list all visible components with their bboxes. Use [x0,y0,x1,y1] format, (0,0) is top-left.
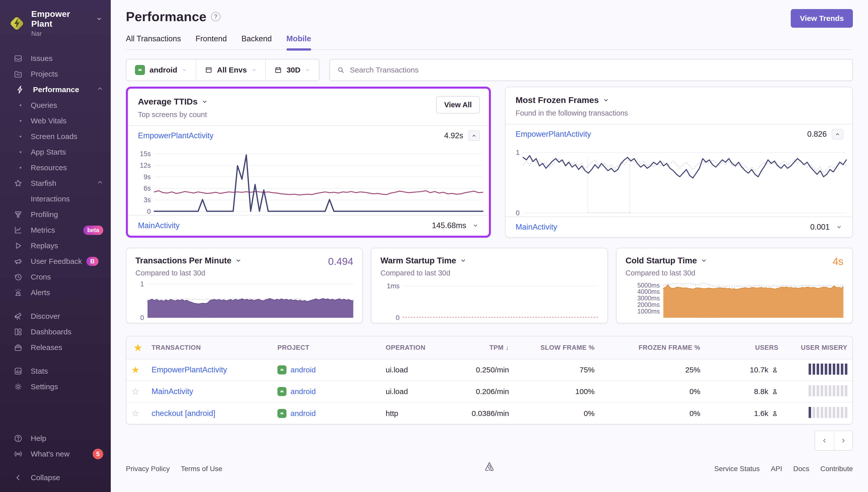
star-toggle[interactable]: ☆ [131,386,139,397]
sidebar-item-interactions[interactable]: Interactions [0,191,111,207]
frozen-frames-title-dropdown[interactable]: Most Frozen Frames [515,95,842,105]
api-link[interactable]: API [771,465,782,473]
environment-filter[interactable]: All Envs [196,59,265,80]
sidebar-item-metrics[interactable]: Metrics beta [0,222,111,238]
chevron-up-icon [97,85,103,94]
operation-cell: ui.load [381,359,456,381]
project-link[interactable]: android [290,366,316,374]
expand-row-button[interactable] [471,223,480,228]
warm-startup-title-dropdown[interactable]: Warm Startup Time [380,256,598,265]
transaction-link[interactable]: checkout [android] [152,409,215,418]
user-icon [771,410,778,417]
tpm-value: 0.494 [328,256,353,267]
table-row[interactable]: ☆ checkout [android] android http 0.0386… [126,402,852,424]
transaction-link[interactable]: MainActivity [515,223,557,232]
avg-ttids-title-dropdown[interactable]: Average TTIDs [138,97,479,106]
org-switcher[interactable]: Empower Plant Nar [0,7,111,44]
sidebar-item-stats[interactable]: Stats [0,363,111,379]
col-user-misery[interactable]: USER MISERY [784,337,852,359]
col-frozen-frame[interactable]: FROZEN FRAME % [599,337,705,359]
ttid-row-collapsed: MainActivity 145.68ms [128,215,489,236]
sidebar-item-discover[interactable]: Discover [0,309,111,324]
transaction-link[interactable]: EmpowerPlantActivity [515,130,591,139]
star-header-icon[interactable]: ★ [134,342,142,353]
col-slow-frame[interactable]: SLOW FRAME % [514,337,599,359]
table-row[interactable]: ☆ MainActivity android ui.load 0.206/min… [126,381,852,402]
prev-page-button[interactable] [815,431,834,450]
sidebar-item-performance[interactable]: Performance [0,82,111,97]
col-operation[interactable]: OPERATION [381,337,456,359]
footer: Privacy Policy Terms of Use Service Stat… [111,465,868,483]
service-status-link[interactable]: Service Status [714,465,760,473]
frozen-row-expanded: EmpowerPlantActivity 0.826 [506,124,852,144]
view-all-button[interactable]: View All [436,96,480,114]
date-range-filter[interactable]: 30D [265,59,319,80]
profiling-icon [12,210,24,219]
tab-frontend[interactable]: Frontend [196,34,227,49]
sidebar-item-releases[interactable]: Releases [0,340,111,355]
next-page-button[interactable] [834,431,852,450]
col-transaction[interactable]: TRANSACTION [147,337,272,359]
chevron-up-icon [97,179,103,188]
cold-startup-title-dropdown[interactable]: Cold Startup Time [626,256,843,265]
ttid-value: 4.92s [444,131,463,140]
transaction-link[interactable]: MainActivity [152,387,193,396]
avg-ttids-chart: 15s12s9s6s3s0 [128,146,489,215]
sidebar-item-screen-loads[interactable]: Screen Loads [0,129,111,144]
tab-backend[interactable]: Backend [241,34,272,49]
tpm-cell: 0.206/min [456,381,514,402]
star-toggle[interactable]: ☆ [131,408,139,418]
notification-badge: 5 [93,449,103,459]
sidebar-collapse-button[interactable]: Collapse [0,470,111,486]
telescope-icon [12,312,24,321]
sidebar-item-settings[interactable]: Settings [0,379,111,395]
col-project[interactable]: PROJECT [272,337,381,359]
chevron-down-icon [251,67,257,73]
org-project: Nar [31,30,102,38]
calendar-icon [274,66,282,74]
android-icon [277,365,286,374]
collapse-row-button[interactable] [832,129,843,140]
sidebar-item-projects[interactable]: Projects [0,66,111,82]
sidebar-item-app-starts[interactable]: App Starts [0,144,111,160]
users-count: 8.8k [754,387,768,396]
sidebar-item-starfish[interactable]: Starfish [0,175,111,191]
sidebar-item-replays[interactable]: Replays [0,238,111,253]
sidebar-item-help[interactable]: Help [0,430,111,446]
transaction-link[interactable]: EmpowerPlantActivity [138,131,213,140]
docs-link[interactable]: Docs [793,465,809,473]
sidebar-item-dashboards[interactable]: Dashboards [0,324,111,340]
users-count: 1.6k [754,409,768,418]
tab-mobile[interactable]: Mobile [286,34,311,49]
chevron-down-icon [305,67,310,73]
tpm-title-dropdown[interactable]: Transactions Per Minute [135,256,353,265]
star-toggle[interactable]: ★ [131,365,139,375]
sidebar-item-resources[interactable]: Resources [0,160,111,175]
contribute-link[interactable]: Contribute [820,465,853,473]
project-filter[interactable]: android [126,59,196,80]
sidebar-item-issues[interactable]: Issues [0,51,111,66]
tab-all-transactions[interactable]: All Transactions [126,34,181,49]
sidebar-item-user-feedback[interactable]: User Feedback B [0,253,111,269]
transaction-link[interactable]: EmpowerPlantActivity [152,365,227,374]
expand-row-button[interactable] [835,224,843,230]
sidebar-item-crons[interactable]: Crons [0,269,111,285]
search-input[interactable] [350,66,845,74]
sidebar-item-whats-new[interactable]: What's new 5 [0,446,111,462]
view-trends-button[interactable]: View Trends [791,9,853,28]
terms-of-use-link[interactable]: Terms of Use [181,465,222,473]
sidebar-item-profiling[interactable]: Profiling [0,207,111,222]
privacy-policy-link[interactable]: Privacy Policy [126,465,170,473]
sidebar-item-web-vitals[interactable]: Web Vitals [0,113,111,129]
help-tooltip-icon[interactable]: ? [211,12,221,21]
project-link[interactable]: android [290,387,316,396]
project-link[interactable]: android [290,409,316,418]
frozen-value: 0.826 [807,130,827,139]
collapse-row-button[interactable] [468,130,480,141]
sidebar-item-alerts[interactable]: Alerts [0,285,111,300]
col-tpm[interactable]: TPM ↓ [456,337,514,359]
transaction-link[interactable]: MainActivity [138,221,179,230]
col-users[interactable]: USERS [705,337,784,359]
table-row[interactable]: ★ EmpowerPlantActivity android ui.load 0… [126,359,852,381]
sidebar-item-queries[interactable]: Queries [0,97,111,113]
